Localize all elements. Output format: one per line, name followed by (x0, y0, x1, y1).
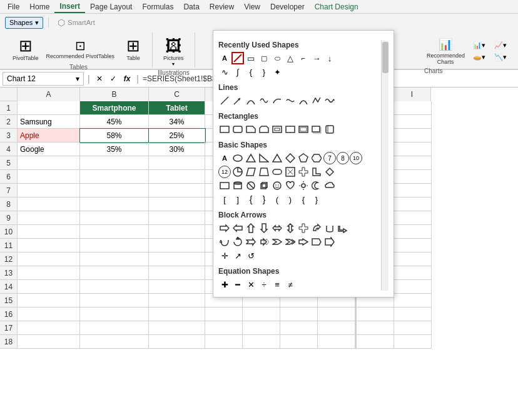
row-header[interactable]: 1 (0, 101, 18, 115)
row-header[interactable]: 7 (0, 184, 18, 198)
scatter-chart-button[interactable]: 📉▾ (490, 52, 510, 62)
grid-cell[interactable] (18, 211, 80, 225)
arrow-chevron-right[interactable] (271, 236, 283, 248)
smartart-button[interactable]: ⬡ SmartArt (54, 16, 98, 29)
shape-arrow-right[interactable]: → (310, 52, 323, 64)
row-header[interactable]: 2 (0, 115, 18, 129)
grid-cell-right[interactable] (357, 335, 394, 349)
arrow-up-down[interactable] (284, 222, 297, 234)
shape-l-bracket[interactable]: ⌐ (297, 52, 310, 64)
shape-arrow-down[interactable]: ↓ (323, 52, 336, 64)
row-header[interactable]: 9 (0, 211, 18, 225)
grid-cell[interactable]: Apple (18, 129, 80, 142)
arrow-chevron-double[interactable] (284, 236, 297, 248)
basic-hexagon[interactable] (310, 152, 323, 164)
shape-brace-left[interactable]: { (245, 66, 257, 78)
grid-cell[interactable] (80, 280, 149, 294)
basic-smiley[interactable] (271, 179, 283, 192)
name-box[interactable]: Chart 12 ▾ (3, 72, 84, 86)
grid-cell[interactable] (18, 266, 80, 280)
arrow-down-block[interactable] (258, 222, 270, 234)
grid-cell[interactable] (18, 252, 80, 266)
grid-cell-right[interactable] (394, 142, 432, 156)
grid-cell-empty[interactable] (205, 308, 243, 321)
basic-moon[interactable] (310, 179, 323, 192)
grid-cell-right[interactable] (394, 239, 432, 252)
rect-snip[interactable] (245, 123, 257, 136)
basic-trapezoid[interactable] (258, 166, 270, 178)
grid-cell[interactable] (149, 308, 205, 321)
basic-brace-curly[interactable]: { (297, 193, 310, 206)
arrow-curved-lr[interactable] (218, 236, 231, 248)
row-header[interactable]: 12 (0, 252, 18, 266)
grid-cell-empty[interactable] (280, 321, 318, 335)
shape-rect-rounded[interactable]: ▢ (258, 52, 270, 64)
grid-cell[interactable] (18, 225, 80, 239)
grid-cell[interactable]: 30% (149, 142, 205, 156)
menu-chart-design[interactable]: Chart Design (310, 1, 363, 12)
grid-cell-right[interactable] (394, 294, 432, 308)
arrow-plus[interactable] (297, 222, 310, 234)
arrow-diag[interactable]: ↗ (231, 249, 244, 262)
grid-cell[interactable] (149, 184, 205, 198)
basic-bracket-sq[interactable]: [ (218, 193, 231, 206)
grid-cell-right[interactable] (394, 184, 432, 198)
line-curve2[interactable] (258, 94, 270, 107)
grid-cell[interactable] (18, 184, 80, 198)
grid-cell[interactable] (80, 225, 149, 239)
basic-sun[interactable] (297, 179, 310, 192)
row-header[interactable]: 18 (0, 335, 18, 349)
menu-data[interactable]: Data (178, 1, 204, 12)
formula-function-btn[interactable]: fx (121, 73, 133, 84)
grid-cell-right[interactable] (357, 308, 394, 321)
line-s[interactable] (271, 94, 283, 107)
rect-double[interactable] (297, 123, 310, 136)
basic-pentagon[interactable] (297, 152, 310, 164)
arrow-pentagon[interactable] (310, 236, 323, 248)
grid-cell[interactable] (18, 308, 80, 321)
grid-cell-empty[interactable] (205, 335, 243, 349)
grid-cell[interactable]: Google (18, 142, 80, 156)
grid-cell[interactable] (80, 198, 149, 211)
grid-cell[interactable] (80, 321, 149, 335)
grid-cell[interactable]: 25% (149, 129, 205, 142)
pictures-button[interactable]: 🖼 Pictures ▾ (160, 35, 187, 69)
grid-cell-right[interactable] (394, 170, 432, 184)
line-arrow[interactable] (231, 94, 244, 107)
grid-cell-right[interactable] (394, 266, 432, 280)
menu-home[interactable]: Home (24, 1, 54, 12)
row-header[interactable]: 17 (0, 321, 18, 335)
arrow-corner[interactable] (337, 222, 349, 234)
grid-cell[interactable] (80, 184, 149, 198)
grid-cell[interactable] (149, 170, 205, 184)
arrow-u-turn[interactable] (323, 222, 336, 234)
grid-cell[interactable]: 58% (80, 129, 149, 142)
shape-triangle[interactable]: △ (284, 52, 297, 64)
shape-brace-right[interactable]: } (258, 66, 270, 78)
grid-cell-empty[interactable] (280, 308, 318, 321)
basic-bracket-curl[interactable]: { (245, 193, 257, 206)
rect-rounded[interactable] (231, 123, 244, 136)
grid-cell-empty[interactable] (243, 321, 280, 335)
formula-confirm-btn[interactable]: ✓ (108, 73, 119, 84)
basic-rect3[interactable] (218, 179, 231, 192)
basic-cylinder[interactable] (231, 179, 244, 192)
basic-rounded-rect[interactable] (271, 166, 283, 178)
recommended-charts-button[interactable]: 📊 Recommended Charts (424, 35, 467, 68)
grid-cell-empty[interactable] (243, 335, 280, 349)
line-arc[interactable] (297, 94, 310, 107)
menu-file[interactable]: File (3, 1, 24, 12)
basic-12[interactable]: 12 (218, 166, 231, 178)
grid-cell[interactable] (18, 239, 80, 252)
line-scribble[interactable] (323, 94, 336, 107)
basic-bracket-sq2[interactable]: ] (231, 193, 244, 206)
row-header[interactable]: 5 (0, 156, 18, 170)
menu-formulas[interactable]: Formulas (137, 1, 178, 12)
row-header[interactable]: 14 (0, 280, 18, 294)
grid-cell[interactable] (149, 266, 205, 280)
arrow-left-block[interactable] (231, 222, 244, 234)
pivot-table-button[interactable]: ⊞ PivotTable (10, 35, 41, 64)
grid-cell-empty[interactable] (205, 321, 243, 335)
rect-plain[interactable] (218, 123, 231, 136)
arrow-bar-right[interactable] (323, 236, 336, 248)
